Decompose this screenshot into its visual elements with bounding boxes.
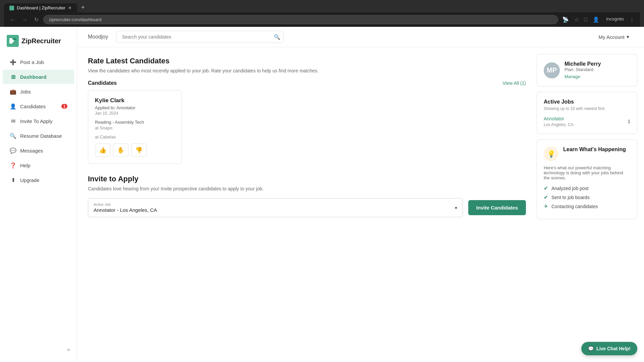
applied-to: Applied to: Annotator — [95, 105, 175, 110]
profile-icon[interactable]: 👤 — [591, 15, 601, 24]
my-account-button[interactable]: My Account ▾ — [594, 31, 633, 43]
learn-card-title: Learn What's Happening — [563, 146, 626, 153]
sidebar-item-messages[interactable]: 💬 Messages — [3, 143, 74, 158]
upgrade-icon: ⬆ — [9, 176, 17, 184]
invite-section: Invite to Apply Candidates love hearing … — [88, 175, 526, 217]
messages-icon: 💬 — [9, 147, 17, 154]
tab-favicon — [9, 6, 14, 10]
sidebar-item-candidates[interactable]: 👤 Candidates 1 — [3, 99, 74, 113]
active-job-row: Active Job Annotator - Los Angeles, CA ▾… — [88, 198, 526, 217]
incognito-label: Incognito — [605, 15, 625, 24]
sidebar-item-label: Candidates — [20, 104, 46, 109]
plan-label: Plan: — [565, 67, 575, 72]
chat-bubble-icon: 💬 — [588, 346, 594, 351]
active-tab[interactable]: Dashboard | ZipRecruiter ✕ — [4, 3, 77, 12]
applied-to-label: Applied to: — [95, 105, 115, 110]
user-plan: Plan: Standard — [565, 67, 601, 72]
checklist-text-2: Sent to job boards — [551, 195, 590, 200]
active-job-info: Active Job Annotator - Los Angeles, CA — [94, 202, 157, 213]
sidebar-item-post-a-job[interactable]: ➕ Post a Job — [3, 55, 74, 69]
learn-card: 💡 Learn What's Happening Here's what our… — [537, 139, 637, 219]
extensions-icon[interactable]: □ — [583, 15, 589, 24]
search-icon[interactable]: 🔍 — [274, 34, 280, 40]
job-list-item: Annotator Los Angeles, CA 1 — [544, 116, 630, 127]
plan-value: Standard — [576, 67, 593, 72]
check-icon-2: ✔ — [544, 194, 548, 200]
my-account-chevron-icon: ▾ — [627, 34, 629, 40]
candidates-icon: 👤 — [9, 103, 17, 110]
address-bar[interactable]: ziprecruiter.com/dashboard — [43, 15, 558, 24]
learn-card-header: 💡 Learn What's Happening — [544, 146, 630, 161]
sidebar-item-invite-to-apply[interactable]: ✉ Invite To Apply — [3, 114, 74, 128]
sidebar-item-upgrade[interactable]: ⬆ Upgrade — [3, 173, 74, 187]
live-chat-button[interactable]: 💬 Live Chat Help! — [581, 342, 637, 355]
dropdown-chevron-icon: ▾ — [455, 205, 457, 210]
sidebar: ZipRecruiter ➕ Post a Job ⊞ Dashboard 💼 … — [0, 27, 77, 362]
help-icon: ❓ — [9, 162, 17, 169]
active-jobs-subtitle: Showing up to 10 with newest first — [544, 106, 630, 111]
maybe-button[interactable]: ✋ — [113, 143, 128, 157]
thumbs-down-button[interactable]: 👎 — [131, 143, 147, 157]
app: ZipRecruiter ➕ Post a Job ⊞ Dashboard 💼 … — [0, 27, 644, 362]
new-tab-button[interactable]: + — [78, 3, 88, 12]
candidate-detail1: Reading - Assembly Tech — [95, 120, 175, 125]
sidebar-item-jobs[interactable]: 💼 Jobs — [3, 84, 74, 99]
content-area: Rate Latest Candidates View the candidat… — [77, 47, 644, 362]
rating-buttons: 👍 ✋ 👎 — [95, 143, 175, 157]
menu-icon[interactable]: ⋮ — [628, 15, 636, 24]
bookmark-icon[interactable]: ☆ — [573, 15, 580, 24]
manage-link[interactable]: Manage — [565, 74, 580, 79]
browser-toolbar: ← → ↻ ziprecruiter.com/dashboard 📡 ☆ □ 👤… — [4, 12, 640, 27]
sidebar-item-dashboard[interactable]: ⊞ Dashboard — [3, 70, 74, 84]
collapse-chevron-icon: « — [67, 347, 70, 353]
refresh-button[interactable]: ↻ — [32, 15, 41, 24]
main-content: Moodjoy 🔍 My Account ▾ Rate Latest Candi… — [77, 27, 644, 362]
invite-candidates-button[interactable]: Invite Candidates — [468, 200, 526, 215]
url-display: ziprecruiter.com/dashboard — [49, 17, 102, 22]
back-button[interactable]: ← — [8, 15, 17, 24]
applied-date: Jan 10, 2024 — [95, 111, 175, 116]
sidebar-item-label: Help — [20, 163, 31, 168]
sidebar-item-label: Invite To Apply — [20, 118, 52, 124]
sidebar-item-label: Dashboard — [20, 74, 46, 80]
check-icon-1: ✔ — [544, 185, 548, 191]
post-job-icon: ➕ — [9, 58, 17, 66]
applied-to-value: Annotator — [116, 105, 135, 110]
avatar-initials: MP — [547, 66, 557, 74]
search-box: 🔍 — [116, 31, 284, 43]
active-job-label: Active Job — [94, 202, 157, 206]
forward-button[interactable]: → — [20, 15, 30, 24]
active-jobs-title: Active Jobs — [544, 99, 630, 105]
checklist-text-3: Contacting candidates — [551, 204, 598, 209]
candidate-name: Kylie Clark — [95, 97, 175, 104]
header: Moodjoy 🔍 My Account ▾ — [77, 27, 644, 47]
job-title-link[interactable]: Annotator — [544, 116, 564, 121]
tab-close-btn[interactable]: ✕ — [68, 5, 72, 10]
candidates-header: Candidates View All (1) — [88, 80, 526, 86]
candidate-detail1-sub: at Snapo — [95, 125, 175, 130]
sidebar-item-resume-database[interactable]: 🔍 Resume Database — [3, 129, 74, 143]
cast-icon[interactable]: 📡 — [561, 15, 570, 24]
maybe-icon: ✋ — [117, 146, 124, 154]
sidebar-item-label: Jobs — [20, 89, 31, 95]
my-account-label: My Account — [598, 34, 625, 40]
active-job-dropdown[interactable]: Active Job Annotator - Los Angeles, CA ▾ — [88, 198, 463, 217]
send-icon: ✈ — [544, 203, 548, 209]
invite-section-desc: Candidates love hearing from you! Invite… — [88, 186, 526, 191]
sidebar-logo: ZipRecruiter — [0, 32, 77, 55]
sidebar-item-label: Messages — [20, 148, 43, 154]
search-input[interactable] — [116, 31, 284, 43]
view-all-link[interactable]: View All (1) — [502, 80, 526, 86]
checklist-item-3: ✈ Contacting candidates — [544, 203, 630, 209]
content-main: Rate Latest Candidates View the candidat… — [77, 47, 537, 362]
sidebar-item-help[interactable]: ❓ Help — [3, 158, 74, 172]
invite-section-title: Invite to Apply — [88, 175, 526, 183]
resume-icon: 🔍 — [9, 132, 17, 139]
live-chat-label: Live Chat Help! — [596, 346, 631, 351]
sidebar-collapse-btn[interactable]: « — [0, 343, 77, 357]
user-card: MP Michelle Perry Plan: Standard Manage — [537, 54, 637, 86]
active-job-value: Annotator - Los Angeles, CA — [94, 207, 157, 213]
thumbs-up-button[interactable]: 👍 — [95, 143, 110, 157]
job-details: Annotator Los Angeles, CA — [544, 116, 574, 127]
browser-actions: 📡 ☆ □ 👤 Incognito ⋮ — [561, 15, 636, 24]
